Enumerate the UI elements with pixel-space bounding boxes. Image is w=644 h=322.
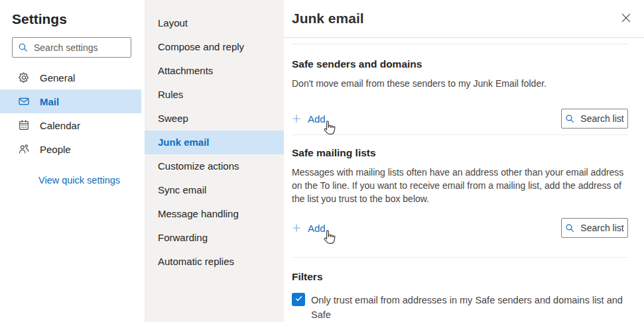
junk-email-panel: Junk email Safe senders and domains Don'…	[284, 0, 644, 322]
sidebar-menu: General Mail	[0, 66, 145, 161]
safe-senders-actions: Add Search list	[292, 109, 628, 129]
calendar-icon	[18, 119, 30, 131]
divider	[292, 44, 628, 44]
sidebar-item-calendar[interactable]: Calendar	[0, 113, 141, 137]
plus-icon	[292, 114, 301, 123]
divider	[292, 257, 628, 258]
panel-body: Safe senders and domains Don't move emai…	[284, 38, 644, 322]
nav-item-customize-actions[interactable]: Customize actions	[145, 154, 284, 178]
search-list-label: Search list	[580, 113, 623, 124]
settings-sidebar: Settings General	[0, 0, 145, 322]
sidebar-item-label: Calendar	[40, 120, 80, 131]
safe-senders-heading: Safe senders and domains	[292, 58, 628, 70]
safe-mailing-lists-add-link[interactable]: Add	[292, 223, 326, 234]
safe-senders-description: Don't move email from these senders to m…	[292, 77, 628, 90]
safe-senders-add-link[interactable]: Add	[292, 113, 326, 125]
add-link-label: Add	[308, 223, 326, 234]
view-quick-settings-link[interactable]: View quick settings	[38, 175, 120, 186]
filters-heading: Filters	[292, 271, 628, 283]
people-icon	[18, 143, 30, 155]
divider	[292, 134, 628, 135]
only-trust-safe-senders-option: Only trust email from addresses in my Sa…	[292, 293, 628, 322]
add-link-label: Add	[308, 113, 326, 125]
checkbox-label: Only trust email from addresses in my Sa…	[311, 293, 628, 322]
sidebar-item-label: People	[40, 144, 71, 155]
nav-item-forwarding[interactable]: Forwarding	[145, 226, 284, 250]
panel-header: Junk email	[284, 0, 644, 38]
safe-mailing-lists-description: Messages with mailing lists often have a…	[292, 166, 628, 205]
safe-mailing-lists-heading: Safe mailing lists	[292, 147, 628, 159]
search-icon	[18, 42, 29, 53]
settings-dialog: Settings General	[0, 0, 644, 322]
nav-item-sync-email[interactable]: Sync email	[145, 178, 284, 202]
safe-mailing-lists-actions: Add Search list	[292, 218, 628, 238]
nav-item-junk-email[interactable]: Junk email	[145, 131, 284, 154]
nav-item-automatic-replies[interactable]: Automatic replies	[145, 250, 284, 274]
nav-item-attachments[interactable]: Attachments	[145, 59, 284, 83]
search-settings-input[interactable]	[34, 42, 125, 53]
sidebar-item-mail[interactable]: Mail	[0, 89, 141, 113]
mail-settings-nav: Layout Compose and reply Attachments Rul…	[145, 0, 284, 322]
close-icon	[620, 16, 632, 26]
close-button[interactable]	[619, 11, 633, 26]
search-list-label: Search list	[580, 223, 623, 233]
sidebar-item-label: General	[40, 72, 75, 83]
safe-mailing-lists-search-list-button[interactable]: Search list	[561, 218, 628, 238]
nav-item-layout[interactable]: Layout	[145, 11, 284, 35]
search-icon	[565, 223, 575, 233]
nav-item-sweep[interactable]: Sweep	[145, 107, 284, 131]
panel-title: Junk email	[292, 11, 364, 27]
checkmark-icon	[294, 294, 303, 305]
sidebar-item-general[interactable]: General	[0, 66, 141, 89]
sidebar-item-label: Mail	[40, 96, 59, 107]
sidebar-item-people[interactable]: People	[0, 137, 141, 161]
settings-search-box[interactable]	[12, 37, 131, 58]
checkbox-checked[interactable]	[292, 293, 305, 306]
safe-senders-search-list-button[interactable]: Search list	[561, 109, 628, 129]
plus-icon	[292, 223, 301, 233]
nav-item-compose-and-reply[interactable]: Compose and reply	[145, 35, 284, 59]
mail-icon	[18, 95, 30, 107]
settings-title: Settings	[12, 11, 145, 27]
nav-item-rules[interactable]: Rules	[145, 83, 284, 107]
nav-item-message-handling[interactable]: Message handling	[145, 202, 284, 226]
search-icon	[565, 114, 575, 124]
gear-icon	[18, 72, 30, 83]
